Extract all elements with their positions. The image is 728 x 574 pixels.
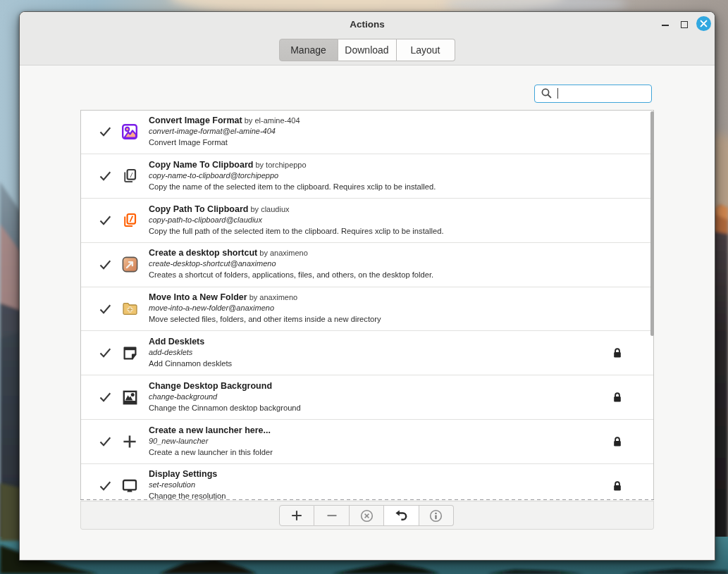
action-description: Create a new launcher in this folder bbox=[149, 447, 604, 458]
action-description: Copy the full path of the selected item … bbox=[149, 225, 604, 237]
desktop-shortcut-icon bbox=[121, 256, 138, 273]
desklet-icon bbox=[121, 344, 138, 361]
new-folder-icon bbox=[121, 301, 138, 318]
action-description: Move selected files, folders, and other … bbox=[149, 313, 604, 325]
window-header: Actions ManageDownloadLayout bbox=[20, 12, 715, 65]
action-author: by torchipeppo bbox=[253, 161, 306, 169]
tab-download[interactable]: Download bbox=[338, 39, 397, 62]
action-title: Convert Image Format bbox=[149, 116, 242, 125]
action-title: Change Desktop Background bbox=[149, 381, 272, 391]
action-author: by anaximeno bbox=[247, 293, 298, 301]
action-text: Add Deskletsadd-deskletsAdd Cinnamon des… bbox=[149, 336, 604, 369]
action-uuid: add-desklets bbox=[149, 347, 604, 358]
convert-image-format-icon bbox=[121, 123, 138, 140]
action-uuid: create-desktop-shortcut@anaximeno bbox=[149, 258, 604, 269]
action-uuid: convert-image-format@el-amine-404 bbox=[149, 126, 604, 137]
action-uuid: move-into-a-new-folder@anaximeno bbox=[149, 303, 604, 313]
enabled-check-icon bbox=[99, 215, 111, 226]
action-description: Creates a shortcut of folders, applicati… bbox=[149, 269, 604, 280]
minus-icon bbox=[326, 509, 338, 522]
desktop-background-icon bbox=[121, 389, 138, 406]
close-button[interactable] bbox=[696, 16, 711, 31]
enabled-check-icon bbox=[99, 259, 111, 270]
search-icon bbox=[541, 87, 553, 99]
action-row[interactable]: Display Settingsset-resolutionChange the… bbox=[81, 464, 653, 500]
action-title: Copy Name To Clipboard bbox=[149, 160, 253, 170]
text-caret bbox=[557, 88, 558, 99]
lock-icon bbox=[612, 436, 622, 447]
action-title: Display Settings bbox=[149, 469, 217, 479]
action-uuid: set-resolution bbox=[149, 480, 604, 490]
window-title: Actions bbox=[20, 18, 715, 30]
action-title: Copy Path To Clipboard bbox=[149, 204, 248, 214]
action-row[interactable]: /Copy Name To Clipboard by torchipeppoco… bbox=[81, 154, 653, 199]
undo-arrow-icon bbox=[394, 509, 408, 523]
action-description: Convert Image Format bbox=[149, 137, 604, 148]
enabled-check-icon bbox=[99, 170, 111, 182]
maximize-icon[interactable] bbox=[681, 21, 688, 28]
enabled-check-icon bbox=[99, 347, 111, 358]
lock-icon bbox=[612, 480, 622, 492]
enabled-check-icon bbox=[99, 126, 111, 137]
action-description: Change the Cinnamon desktop background bbox=[149, 402, 604, 413]
about-button[interactable] bbox=[419, 505, 454, 526]
tab-manage[interactable]: Manage bbox=[279, 39, 338, 62]
actions-window: Actions ManageDownloadLayout Convert Ima… bbox=[19, 11, 715, 561]
copy-name-icon: / bbox=[121, 168, 138, 185]
enabled-check-icon bbox=[99, 480, 111, 492]
action-title: Move Into a New Folder bbox=[149, 292, 247, 302]
enabled-check-icon bbox=[99, 304, 111, 315]
tab-layout[interactable]: Layout bbox=[397, 39, 455, 62]
action-row[interactable]: Convert Image Format by el-amine-404conv… bbox=[81, 111, 653, 155]
action-text: Display Settingsset-resolutionChange the… bbox=[149, 468, 604, 499]
minimize-icon[interactable] bbox=[662, 25, 669, 26]
action-text: Change Desktop Backgroundchange-backgrou… bbox=[149, 380, 604, 413]
list-toolbar bbox=[80, 501, 654, 530]
new-launcher-icon bbox=[121, 433, 138, 450]
enabled-check-icon bbox=[99, 436, 111, 447]
display-settings-icon bbox=[121, 478, 138, 494]
action-description: Copy the name of the selected item to th… bbox=[149, 181, 604, 192]
close-icon bbox=[700, 20, 708, 27]
action-uuid: 90_new-launcher bbox=[149, 436, 604, 447]
action-row[interactable]: Create a new launcher here...90_new-laun… bbox=[81, 420, 653, 464]
action-row[interactable]: Move Into a New Folder by anaximenomove-… bbox=[81, 287, 653, 332]
action-row[interactable]: Create a desktop shortcut by anaximenocr… bbox=[81, 243, 653, 287]
action-uuid: change-background bbox=[149, 392, 604, 402]
action-text: Move Into a New Folder by anaximenomove-… bbox=[149, 292, 604, 325]
action-uuid: copy-name-to-clipboard@torchipeppo bbox=[149, 170, 604, 181]
remove-button[interactable] bbox=[314, 505, 349, 526]
plus-icon bbox=[290, 509, 303, 522]
lock-icon bbox=[612, 347, 622, 358]
action-text: Create a new launcher here...90_new-laun… bbox=[149, 425, 604, 458]
scrollbar-thumb[interactable] bbox=[650, 111, 654, 336]
action-text: Copy Name To Clipboard by torchipeppocop… bbox=[149, 159, 604, 192]
action-author: by el-amine-404 bbox=[242, 116, 300, 125]
search-input[interactable] bbox=[534, 85, 652, 104]
action-text: Copy Path To Clipboard by claudiuxcopy-p… bbox=[149, 204, 604, 237]
view-switcher: ManageDownloadLayout bbox=[279, 39, 455, 62]
action-row[interactable]: Change Desktop Backgroundchange-backgrou… bbox=[81, 375, 653, 420]
action-text: Convert Image Format by el-amine-404conv… bbox=[149, 115, 604, 148]
action-author: by claudiux bbox=[248, 205, 289, 213]
action-title: Create a new launcher here... bbox=[149, 425, 271, 435]
actions-list: Convert Image Format by el-amine-404conv… bbox=[80, 110, 654, 500]
action-description: Add Cinnamon desklets bbox=[149, 358, 604, 369]
action-title: Create a desktop shortcut bbox=[149, 248, 257, 258]
uninstall-button[interactable] bbox=[350, 505, 384, 526]
action-row[interactable]: Copy Path To Clipboard by claudiuxcopy-p… bbox=[81, 199, 653, 243]
action-uuid: copy-path-to-clipboard@claudiux bbox=[149, 215, 604, 225]
action-text: Create a desktop shortcut by anaximenocr… bbox=[149, 247, 604, 280]
toolbar-button-group bbox=[279, 505, 454, 526]
action-title: Add Desklets bbox=[149, 337, 204, 347]
undo-button[interactable] bbox=[384, 505, 419, 526]
action-row[interactable]: Add Deskletsadd-deskletsAdd Cinnamon des… bbox=[81, 331, 653, 375]
circle-cross-icon bbox=[360, 509, 374, 523]
list-cut-dash bbox=[80, 499, 654, 500]
copy-path-icon bbox=[121, 212, 138, 229]
enabled-check-icon bbox=[99, 392, 111, 403]
lock-icon bbox=[612, 392, 622, 403]
add-button[interactable] bbox=[279, 505, 314, 526]
info-icon bbox=[429, 509, 443, 523]
action-author: by anaximeno bbox=[257, 249, 308, 257]
